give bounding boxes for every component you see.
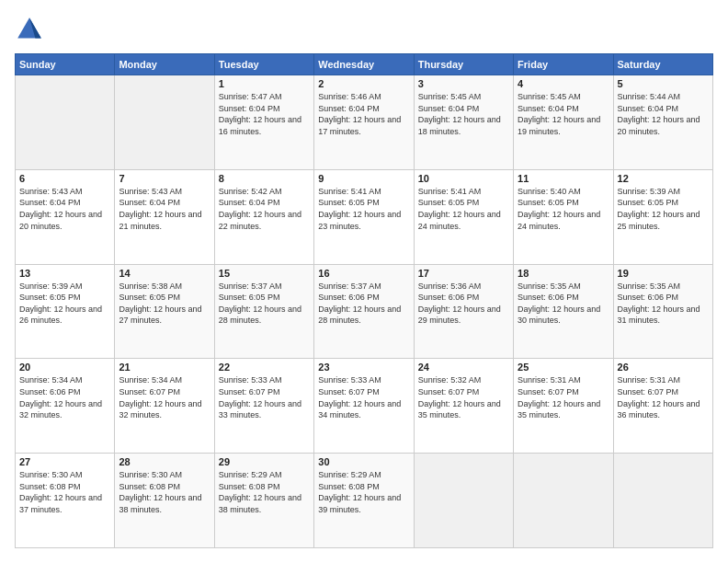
day-info: Sunrise: 5:37 AMSunset: 6:05 PMDaylight:… [219, 281, 310, 327]
calendar-cell [115, 75, 214, 170]
day-number: 28 [119, 456, 210, 467]
header-row: SundayMondayTuesdayWednesdayThursdayFrid… [16, 54, 713, 75]
day-info: Sunrise: 5:29 AMSunset: 6:08 PMDaylight:… [318, 469, 409, 515]
week-row: 6Sunrise: 5:43 AMSunset: 6:04 PMDaylight… [16, 169, 713, 264]
day-number: 21 [119, 362, 210, 373]
day-header: Monday [115, 54, 214, 75]
calendar-cell: 8Sunrise: 5:42 AMSunset: 6:04 PMDaylight… [214, 169, 313, 264]
day-number: 27 [19, 456, 110, 467]
calendar-cell: 1Sunrise: 5:47 AMSunset: 6:04 PMDaylight… [214, 75, 313, 170]
day-number: 29 [219, 456, 310, 467]
calendar-cell [414, 454, 513, 548]
day-header: Sunday [16, 54, 115, 75]
day-info: Sunrise: 5:35 AMSunset: 6:06 PMDaylight:… [518, 281, 609, 327]
calendar-cell: 7Sunrise: 5:43 AMSunset: 6:04 PMDaylight… [115, 169, 214, 264]
day-number: 10 [418, 173, 509, 184]
day-info: Sunrise: 5:39 AMSunset: 6:05 PMDaylight:… [618, 186, 709, 232]
day-info: Sunrise: 5:43 AMSunset: 6:04 PMDaylight:… [19, 186, 110, 232]
week-row: 27Sunrise: 5:30 AMSunset: 6:08 PMDayligh… [16, 454, 713, 548]
day-info: Sunrise: 5:44 AMSunset: 6:04 PMDaylight:… [618, 91, 709, 137]
day-number: 25 [518, 362, 609, 373]
day-number: 5 [618, 78, 709, 89]
day-info: Sunrise: 5:33 AMSunset: 6:07 PMDaylight:… [219, 374, 310, 420]
day-number: 7 [119, 173, 210, 184]
calendar-cell: 10Sunrise: 5:41 AMSunset: 6:05 PMDayligh… [414, 169, 513, 264]
day-header: Tuesday [214, 54, 313, 75]
day-info: Sunrise: 5:42 AMSunset: 6:04 PMDaylight:… [219, 186, 310, 232]
calendar-cell: 15Sunrise: 5:37 AMSunset: 6:05 PMDayligh… [214, 264, 313, 359]
day-number: 16 [318, 268, 409, 279]
day-header: Friday [514, 54, 613, 75]
day-header: Wednesday [314, 54, 414, 75]
day-number: 20 [19, 362, 110, 373]
day-info: Sunrise: 5:34 AMSunset: 6:06 PMDaylight:… [19, 374, 110, 420]
calendar-cell: 27Sunrise: 5:30 AMSunset: 6:08 PMDayligh… [16, 454, 115, 548]
day-info: Sunrise: 5:41 AMSunset: 6:05 PMDaylight:… [318, 186, 409, 232]
calendar-cell: 11Sunrise: 5:40 AMSunset: 6:05 PMDayligh… [514, 169, 613, 264]
day-info: Sunrise: 5:45 AMSunset: 6:04 PMDaylight:… [418, 91, 509, 137]
day-number: 11 [518, 173, 609, 184]
calendar-cell: 30Sunrise: 5:29 AMSunset: 6:08 PMDayligh… [314, 454, 414, 548]
day-info: Sunrise: 5:46 AMSunset: 6:04 PMDaylight:… [318, 91, 409, 137]
day-number: 14 [119, 268, 210, 279]
page: SundayMondayTuesdayWednesdayThursdayFrid… [0, 0, 728, 563]
calendar-cell: 28Sunrise: 5:30 AMSunset: 6:08 PMDayligh… [115, 454, 214, 548]
day-info: Sunrise: 5:33 AMSunset: 6:07 PMDaylight:… [318, 374, 409, 420]
day-number: 18 [518, 268, 609, 279]
calendar-cell: 2Sunrise: 5:46 AMSunset: 6:04 PMDaylight… [314, 75, 414, 170]
day-info: Sunrise: 5:31 AMSunset: 6:07 PMDaylight:… [618, 374, 709, 420]
day-info: Sunrise: 5:45 AMSunset: 6:04 PMDaylight:… [518, 91, 609, 137]
day-number: 22 [219, 362, 310, 373]
calendar-cell: 17Sunrise: 5:36 AMSunset: 6:06 PMDayligh… [414, 264, 513, 359]
calendar-cell: 16Sunrise: 5:37 AMSunset: 6:06 PMDayligh… [314, 264, 414, 359]
calendar-cell: 21Sunrise: 5:34 AMSunset: 6:07 PMDayligh… [115, 359, 214, 454]
week-row: 13Sunrise: 5:39 AMSunset: 6:05 PMDayligh… [16, 264, 713, 359]
header [15, 15, 713, 44]
calendar-cell: 12Sunrise: 5:39 AMSunset: 6:05 PMDayligh… [613, 169, 712, 264]
calendar-cell: 14Sunrise: 5:38 AMSunset: 6:05 PMDayligh… [115, 264, 214, 359]
calendar-cell: 24Sunrise: 5:32 AMSunset: 6:07 PMDayligh… [414, 359, 513, 454]
calendar-cell: 19Sunrise: 5:35 AMSunset: 6:06 PMDayligh… [613, 264, 712, 359]
calendar-cell: 18Sunrise: 5:35 AMSunset: 6:06 PMDayligh… [514, 264, 613, 359]
calendar-cell: 23Sunrise: 5:33 AMSunset: 6:07 PMDayligh… [314, 359, 414, 454]
day-info: Sunrise: 5:40 AMSunset: 6:05 PMDaylight:… [518, 186, 609, 232]
day-info: Sunrise: 5:35 AMSunset: 6:06 PMDaylight:… [618, 281, 709, 327]
day-info: Sunrise: 5:34 AMSunset: 6:07 PMDaylight:… [119, 374, 210, 420]
day-number: 1 [219, 78, 310, 89]
calendar-table: SundayMondayTuesdayWednesdayThursdayFrid… [15, 53, 713, 548]
calendar-body: 1Sunrise: 5:47 AMSunset: 6:04 PMDaylight… [16, 75, 713, 548]
day-number: 24 [418, 362, 509, 373]
logo-icon [15, 15, 44, 44]
day-number: 9 [318, 173, 409, 184]
day-header: Thursday [414, 54, 513, 75]
calendar-cell: 13Sunrise: 5:39 AMSunset: 6:05 PMDayligh… [16, 264, 115, 359]
calendar-cell: 5Sunrise: 5:44 AMSunset: 6:04 PMDaylight… [613, 75, 712, 170]
day-number: 2 [318, 78, 409, 89]
calendar-cell [514, 454, 613, 548]
day-info: Sunrise: 5:43 AMSunset: 6:04 PMDaylight:… [119, 186, 210, 232]
day-number: 17 [418, 268, 509, 279]
day-number: 13 [19, 268, 110, 279]
day-number: 8 [219, 173, 310, 184]
day-number: 4 [518, 78, 609, 89]
week-row: 1Sunrise: 5:47 AMSunset: 6:04 PMDaylight… [16, 75, 713, 170]
day-info: Sunrise: 5:30 AMSunset: 6:08 PMDaylight:… [19, 469, 110, 515]
day-number: 6 [19, 173, 110, 184]
day-info: Sunrise: 5:36 AMSunset: 6:06 PMDaylight:… [418, 281, 509, 327]
week-row: 20Sunrise: 5:34 AMSunset: 6:06 PMDayligh… [16, 359, 713, 454]
day-info: Sunrise: 5:30 AMSunset: 6:08 PMDaylight:… [119, 469, 210, 515]
day-info: Sunrise: 5:32 AMSunset: 6:07 PMDaylight:… [418, 374, 509, 420]
calendar-cell: 4Sunrise: 5:45 AMSunset: 6:04 PMDaylight… [514, 75, 613, 170]
calendar-cell: 29Sunrise: 5:29 AMSunset: 6:08 PMDayligh… [214, 454, 313, 548]
day-number: 19 [618, 268, 709, 279]
logo [15, 15, 48, 44]
day-number: 26 [618, 362, 709, 373]
day-number: 30 [318, 456, 409, 467]
calendar-cell: 3Sunrise: 5:45 AMSunset: 6:04 PMDaylight… [414, 75, 513, 170]
day-info: Sunrise: 5:41 AMSunset: 6:05 PMDaylight:… [418, 186, 509, 232]
calendar-header: SundayMondayTuesdayWednesdayThursdayFrid… [16, 54, 713, 75]
calendar-cell: 6Sunrise: 5:43 AMSunset: 6:04 PMDaylight… [16, 169, 115, 264]
calendar-cell: 22Sunrise: 5:33 AMSunset: 6:07 PMDayligh… [214, 359, 313, 454]
calendar-cell [16, 75, 115, 170]
day-info: Sunrise: 5:47 AMSunset: 6:04 PMDaylight:… [219, 91, 310, 137]
